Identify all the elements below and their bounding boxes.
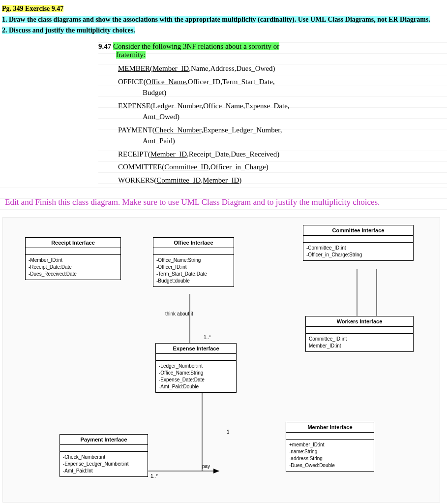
uml-attr: -Office_Name:String: [156, 257, 231, 264]
uml-attr: -address:String: [289, 455, 371, 462]
uml-attr: -name:String: [289, 448, 371, 455]
uml-attr: -Receipt_Date:Date: [29, 264, 118, 271]
uml-attr: -Committee_ID:int: [306, 245, 410, 252]
uml-attr: -Check_Number:int: [63, 454, 145, 461]
uml-attr: -Dues_Owed:Double: [289, 462, 371, 469]
handwritten-note: Edit and Finish this class diagram. Make…: [0, 188, 447, 212]
uml-workers: Workers Interface Committee_ID:int Membe…: [305, 316, 414, 352]
label-multiplicity: 1..*: [150, 473, 158, 479]
uml-attr: Committee_ID:int: [309, 336, 410, 343]
exercise-intro-2: fraternity:: [116, 51, 146, 59]
diagram-area: Receipt Interface -Member_ID:int -Receip…: [2, 217, 440, 503]
uml-title: Workers Interface: [306, 316, 413, 327]
uml-attr: -Budget:double: [156, 278, 231, 284]
label-multiplicity: 1..*: [204, 335, 211, 340]
uml-attr: -Amt_Paid:Int: [63, 468, 145, 474]
uml-payment: Payment Interface -Check_Number:int -Exp…: [60, 434, 148, 477]
header: Pg. 349 Exercise 9.47 1. Draw the class …: [0, 0, 447, 42]
svg-marker-3: [213, 469, 219, 473]
question-2: 2. Discuss and justify the multiplicity …: [2, 27, 135, 34]
question-1: 1. Draw the class diagrams and show the …: [2, 16, 430, 23]
uml-title: Receipt Interface: [26, 238, 120, 248]
exercise-intro-1: Consider the following 3NF relations abo…: [113, 42, 279, 50]
label-think: think about it: [165, 311, 193, 316]
uml-attr: -Ledger_Number:int: [159, 363, 233, 370]
uml-attr: -Dues_Received:Date: [29, 271, 118, 278]
uml-attr: -Expense_Ledger_Number:int: [63, 461, 145, 468]
uml-receipt: Receipt Interface -Member_ID:int -Receip…: [25, 237, 121, 280]
exercise-block: 9.47 Consider the following 3NF relation…: [98, 42, 447, 186]
uml-title: Payment Interface: [60, 435, 148, 445]
uml-title: Member Interface: [286, 422, 374, 433]
page-ref: Pg. 349 Exercise 9.47: [2, 5, 63, 12]
uml-expense: Expense Interface -Ledger_Number:int -Of…: [155, 343, 237, 393]
label-pay: pay: [202, 464, 210, 469]
uml-office: Office Interface -Office_Name:String -Of…: [153, 237, 234, 287]
uml-attr: -Officer_ID:int: [156, 264, 231, 271]
label-multiplicity: 1: [227, 429, 230, 435]
uml-attr: -Officer_in_Charge:String: [306, 252, 410, 258]
uml-committee: Committee Interface -Committee_ID:int -O…: [303, 225, 414, 261]
uml-attr: -Office_Name:String: [159, 370, 233, 377]
exercise-number: 9.47: [98, 42, 111, 50]
uml-attr: -Member_ID:int: [29, 257, 118, 264]
uml-attr: -Term_Start_Date:Date: [156, 271, 231, 278]
uml-title: Office Interface: [153, 238, 234, 248]
uml-attr: -Amt_Paid:Double: [159, 383, 233, 390]
uml-attr: +member_ID:int: [289, 441, 371, 448]
uml-member: Member Interface +member_ID:int -name:St…: [286, 422, 374, 472]
uml-attr: Member_ID:int: [309, 343, 410, 349]
uml-title: Expense Interface: [156, 344, 236, 354]
uml-attr: -Expense_Date:Date: [159, 377, 233, 383]
uml-title: Committee Interface: [303, 225, 413, 236]
